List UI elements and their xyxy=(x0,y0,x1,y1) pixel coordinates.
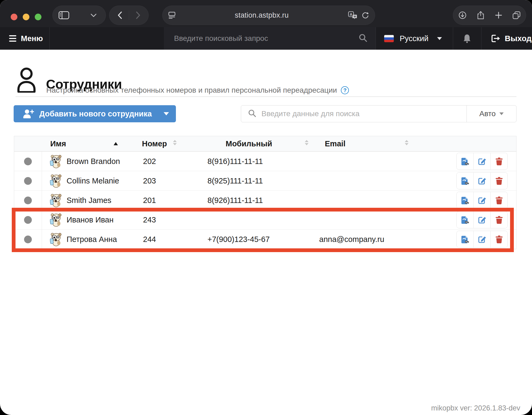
edit-icon xyxy=(477,157,487,166)
search-icon xyxy=(248,109,256,118)
menu-button[interactable]: Меню xyxy=(9,27,43,50)
column-separator xyxy=(42,136,42,249)
forward-icon[interactable] xyxy=(136,11,140,19)
avatar xyxy=(50,154,62,168)
copy-credentials-button[interactable] xyxy=(457,231,473,248)
caret-down-icon xyxy=(164,112,169,115)
url-text[interactable]: station.astpbx.ru xyxy=(175,11,348,19)
app-header: Меню Русский xyxy=(0,27,532,50)
logout-icon xyxy=(491,34,500,43)
hamburger-icon xyxy=(9,35,16,42)
add-employee-label: Добавить нового сотрудника xyxy=(39,109,152,118)
sort-icon[interactable] xyxy=(173,140,177,145)
back-icon[interactable] xyxy=(118,11,122,19)
row-actions xyxy=(456,153,508,170)
column-header-mobile[interactable]: Мобильный xyxy=(226,136,272,151)
employee-name: Collins Melanie xyxy=(67,177,119,185)
search-icon[interactable] xyxy=(358,33,368,44)
employee-name: Smith James xyxy=(67,196,111,205)
translate-icon[interactable]: A xyxy=(348,11,357,19)
svg-text:A: A xyxy=(350,12,352,17)
column-header-name[interactable]: Имя xyxy=(50,136,66,151)
reload-icon[interactable] xyxy=(361,11,369,19)
status-dot xyxy=(24,177,32,185)
edit-button[interactable] xyxy=(473,231,491,248)
language-dropdown[interactable]: Русский xyxy=(376,27,453,50)
search-mode-dropdown[interactable]: Авто xyxy=(467,105,516,122)
zoom-window-button[interactable] xyxy=(35,14,41,20)
copy-credentials-button[interactable] xyxy=(457,192,473,209)
toolbar-actions-group xyxy=(453,6,526,25)
employees-table: Имя Номер Мобильный Email xyxy=(14,136,516,249)
edit-icon xyxy=(477,196,487,205)
global-search-input[interactable] xyxy=(174,34,358,43)
delete-button[interactable] xyxy=(490,212,507,228)
page-subtitle-text: Настройка основных телефонных номеров и … xyxy=(46,86,337,95)
column-header-number[interactable]: Номер xyxy=(142,136,167,151)
edit-button[interactable] xyxy=(473,192,491,209)
table-search-input[interactable] xyxy=(261,109,467,118)
edit-button[interactable] xyxy=(473,153,491,170)
trash-icon xyxy=(495,196,503,205)
sort-icon[interactable] xyxy=(305,140,309,145)
minimize-window-button[interactable] xyxy=(23,14,29,20)
notifications-button[interactable] xyxy=(453,27,481,50)
menu-label: Меню xyxy=(21,34,43,43)
edit-icon xyxy=(477,215,487,224)
row-actions xyxy=(456,192,508,209)
tab-overview-icon[interactable] xyxy=(512,11,521,19)
share-icon[interactable] xyxy=(477,11,484,19)
logout-button[interactable]: Выход xyxy=(481,27,532,50)
sidebar-icon[interactable] xyxy=(59,11,69,19)
employee-number: 201 xyxy=(139,196,206,205)
edit-button[interactable] xyxy=(473,212,491,228)
downloads-icon[interactable] xyxy=(458,11,467,19)
chevron-down-icon[interactable] xyxy=(91,14,97,17)
language-label: Русский xyxy=(400,34,429,43)
status-dot xyxy=(24,158,32,165)
employee-name: Иванов Иван xyxy=(67,216,114,224)
table-search: Авто xyxy=(241,105,516,122)
employee-mobile: 8(926)111-11-11 xyxy=(206,196,310,205)
table-row: Collins Melanie 203 8(925)111-11-11 xyxy=(14,171,516,190)
table-row: Smith James 201 8(926)111-11-11 xyxy=(14,190,516,210)
delete-button[interactable] xyxy=(490,173,507,189)
sort-icon[interactable] xyxy=(405,140,408,145)
edit-button[interactable] xyxy=(473,173,491,189)
caret-down-icon xyxy=(437,37,442,40)
trash-icon xyxy=(495,176,503,185)
copy-credentials-button[interactable] xyxy=(457,153,473,170)
help-icon[interactable]: ? xyxy=(341,86,349,94)
delete-button[interactable] xyxy=(490,153,507,170)
edit-icon xyxy=(477,235,487,244)
delete-button[interactable] xyxy=(490,192,507,209)
avatar xyxy=(50,174,62,188)
clipboard-key-icon xyxy=(461,157,469,166)
status-dot xyxy=(24,236,32,243)
page-subtitle: Настройка основных телефонных номеров и … xyxy=(46,86,349,95)
delete-button[interactable] xyxy=(490,231,507,248)
copy-credentials-button[interactable] xyxy=(457,212,473,228)
new-tab-icon[interactable] xyxy=(495,12,502,19)
employee-number: 243 xyxy=(139,216,206,224)
logout-label: Выход xyxy=(505,34,531,43)
copy-credentials-button[interactable] xyxy=(457,173,473,189)
page-format-icon[interactable] xyxy=(168,12,175,19)
sort-asc-icon[interactable] xyxy=(114,136,118,151)
employees-icon xyxy=(17,67,36,94)
address-bar[interactable]: station.astpbx.ru A xyxy=(162,6,375,25)
avatar xyxy=(50,193,62,207)
nav-separator xyxy=(129,11,129,20)
employee-mobile: 8(916)111-11-11 xyxy=(206,157,310,166)
close-window-button[interactable] xyxy=(11,14,17,20)
header-divider xyxy=(49,27,50,50)
table-row: Brown Brandon 202 8(916)111-11-11 xyxy=(14,151,516,171)
employee-number: 244 xyxy=(139,235,206,244)
row-actions xyxy=(456,231,508,248)
add-employee-button[interactable]: Добавить нового сотрудника xyxy=(14,105,176,122)
clipboard-key-icon xyxy=(461,215,469,224)
version-label: mikopbx ver: 2026.1.83-dev xyxy=(431,404,520,412)
column-header-email[interactable]: Email xyxy=(325,136,345,151)
edit-icon xyxy=(477,176,487,185)
trash-icon xyxy=(495,235,503,244)
